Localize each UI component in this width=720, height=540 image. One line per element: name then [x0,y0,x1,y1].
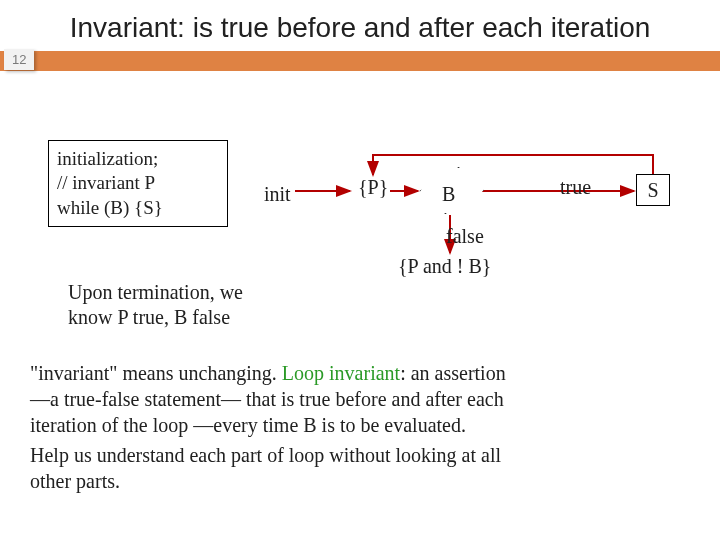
b-condition-label: B [442,183,455,206]
termination-note-line1: Upon termination, we [68,280,243,305]
def-line4: Help us understand each part of loop wit… [30,442,690,468]
loop-invariant-term: Loop invariant [282,362,400,384]
p-assertion-label: {P} [358,176,388,199]
slide-title: Invariant: is true before and after each… [0,0,720,51]
page-number-badge: 12 [4,49,34,70]
def-line2: —a true-false statement— that is true be… [30,386,690,412]
true-edge-label: true [560,176,591,199]
s-body-box: S [636,174,670,206]
def-l1c: : an assertion [400,362,506,384]
termination-note: Upon termination, we know P true, B fals… [68,280,243,330]
definition-paragraph: "invariant" means unchanging. Loop invar… [30,360,690,494]
page-bar: 12 [0,51,720,71]
def-line5: other parts. [30,468,690,494]
flowchart: init {P} B true false S {P and ! B} [250,145,710,275]
code-box: initialization; // invariant P while (B)… [48,140,228,227]
code-line-3: while (B) {S} [57,196,219,220]
def-line1: "invariant" means unchanging. Loop invar… [30,360,690,386]
termination-note-line2: know P true, B false [68,305,243,330]
def-line3: iteration of the loop —every time B is t… [30,412,690,438]
def-l1a: "invariant" means unchanging. [30,362,282,384]
init-label: init [264,183,291,206]
code-line-2: // invariant P [57,171,219,195]
false-edge-label: false [446,225,484,248]
code-line-1: initialization; [57,147,219,171]
p-and-not-b-label: {P and ! B} [398,255,491,278]
